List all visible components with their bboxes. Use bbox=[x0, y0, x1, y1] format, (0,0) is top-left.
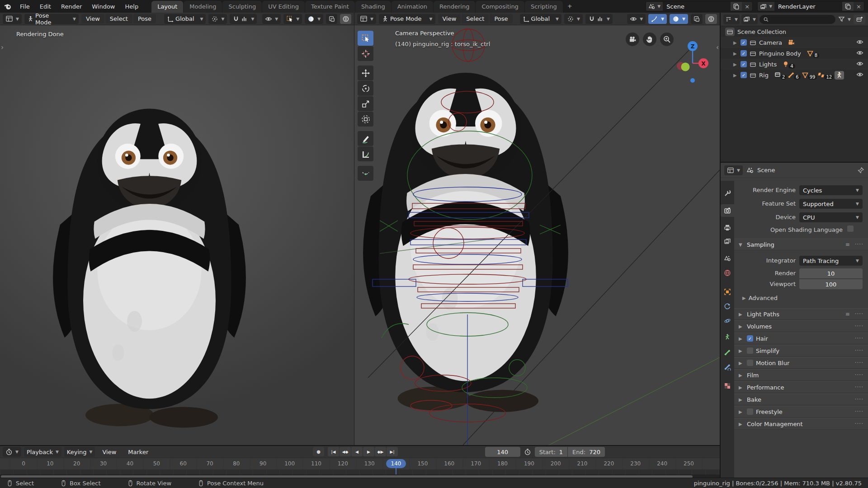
xray-toggle[interactable] bbox=[691, 14, 703, 24]
tab-scene[interactable] bbox=[721, 252, 734, 265]
drag-dots-icon[interactable]: ···· bbox=[855, 396, 863, 403]
viewport-camera-canvas[interactable]: Camera Perspective (140) pinguino_rig : … bbox=[354, 25, 720, 445]
transform-tool[interactable] bbox=[358, 112, 373, 127]
tab-output[interactable] bbox=[721, 221, 734, 234]
simplify-checkbox[interactable] bbox=[747, 347, 753, 354]
view-menu[interactable]: View bbox=[438, 14, 461, 23]
outliner-row-rig[interactable]: ▶ ✓ Rig 2 6 99 12 bbox=[721, 70, 868, 80]
workspace-tab[interactable]: Texture Paint bbox=[305, 1, 355, 13]
workspace-tab[interactable]: Sculpting bbox=[222, 1, 262, 13]
armature-rig-overlay[interactable] bbox=[354, 25, 720, 445]
section-color-management[interactable]: ▶Color Management ···· bbox=[734, 418, 868, 430]
play-button[interactable]: ▶ bbox=[363, 447, 374, 456]
hide-in-viewport-toggle[interactable] bbox=[856, 72, 863, 77]
render-layer-browse-button[interactable]: ▼ bbox=[758, 2, 774, 11]
camera-view-button[interactable] bbox=[626, 33, 639, 46]
section-freestyle[interactable]: ▶Freestyle ···· bbox=[734, 406, 868, 418]
expand-arrow-icon[interactable]: ▶ bbox=[733, 62, 741, 67]
active-armature-icon[interactable] bbox=[835, 71, 844, 80]
snap-toggle[interactable] bbox=[588, 15, 595, 23]
workspace-tab[interactable]: UV Editing bbox=[262, 1, 305, 13]
proportional-editing-toggle[interactable] bbox=[241, 15, 248, 23]
timeline-track[interactable] bbox=[0, 469, 720, 474]
section-performance[interactable]: ▶Performance ···· bbox=[734, 381, 868, 393]
timeline-view-menu[interactable]: View bbox=[98, 447, 121, 457]
sidebar-expand-chevron[interactable]: ‹ bbox=[716, 43, 719, 52]
viewport-shading-button[interactable] bbox=[705, 14, 717, 24]
advanced-subpanel[interactable]: ▶Advanced bbox=[742, 295, 778, 301]
menubar-item[interactable]: Window bbox=[87, 2, 120, 11]
pose-menu[interactable]: Pose bbox=[490, 14, 512, 23]
drag-dots-icon[interactable]: ···· bbox=[855, 241, 863, 248]
workspace-tab[interactable]: Layout bbox=[151, 1, 183, 13]
viewport-shading-rendered-button[interactable] bbox=[340, 14, 351, 24]
add-workspace-button[interactable]: + bbox=[563, 0, 576, 12]
editor-type-selector[interactable]: ▼ bbox=[357, 14, 376, 24]
workspace-tab[interactable]: Compositing bbox=[476, 1, 524, 13]
pivot-point-selector[interactable]: ▼ bbox=[564, 14, 583, 24]
scene-browse-button[interactable]: ▼ bbox=[646, 2, 663, 11]
previous-keyframe-button[interactable]: ◀◆ bbox=[340, 447, 351, 456]
transform-orientation-selector[interactable]: Global▼ bbox=[520, 14, 561, 24]
outliner-filter-dropdown[interactable]: ▼ bbox=[837, 14, 852, 24]
object-visibility-dropdown[interactable]: ▼ bbox=[627, 14, 646, 24]
playback-menu[interactable]: Playback▼ bbox=[24, 447, 61, 457]
hide-in-viewport-toggle[interactable] bbox=[856, 50, 863, 56]
snap-toggle[interactable] bbox=[232, 15, 240, 23]
auto-keying-toggle[interactable]: ● bbox=[313, 447, 324, 456]
render-engine-dropdown[interactable]: Cycles▼ bbox=[799, 185, 863, 195]
sampling-panel-header[interactable]: ▼Sampling ≡···· bbox=[734, 239, 868, 250]
preset-menu-icon[interactable]: ≡ bbox=[845, 311, 850, 317]
tab-view-layer[interactable] bbox=[721, 235, 734, 248]
tab-tool[interactable] bbox=[721, 187, 734, 200]
pin-icon[interactable] bbox=[857, 167, 864, 174]
blender-logo-icon[interactable] bbox=[4, 2, 12, 11]
keying-menu[interactable]: Keying▼ bbox=[64, 447, 95, 457]
drag-dots-icon[interactable]: ···· bbox=[855, 335, 863, 342]
play-reverse-button[interactable]: ◀ bbox=[351, 447, 363, 456]
tab-render[interactable] bbox=[721, 204, 734, 217]
workspace-tab[interactable]: Scripting bbox=[525, 1, 563, 13]
overlays-toggle[interactable]: ▼ bbox=[305, 14, 323, 24]
mode-selector[interactable]: Pose Mode▼ bbox=[379, 14, 435, 24]
section-bake[interactable]: ▶Bake ···· bbox=[734, 394, 868, 405]
object-visibility-dropdown[interactable]: ▼ bbox=[262, 14, 281, 24]
collection-checkbox[interactable]: ✓ bbox=[741, 61, 747, 67]
timeline-marker-menu[interactable]: Marker bbox=[123, 447, 153, 457]
drag-dots-icon[interactable]: ···· bbox=[855, 323, 863, 329]
integrator-dropdown[interactable]: Path Tracing▼ bbox=[799, 256, 863, 266]
device-dropdown[interactable]: CPU▼ bbox=[799, 212, 863, 222]
jump-to-end-button[interactable]: ▶| bbox=[387, 447, 398, 456]
feature-set-dropdown[interactable]: Supported▼ bbox=[799, 199, 863, 209]
section-film[interactable]: ▶Film ···· bbox=[734, 369, 868, 381]
outliner-display-mode-selector[interactable]: ▼ bbox=[723, 14, 740, 24]
xray-toggle[interactable] bbox=[326, 14, 337, 24]
use-preview-range-toggle[interactable] bbox=[524, 448, 531, 455]
editor-type-selector[interactable]: ▼ bbox=[3, 14, 22, 24]
select-box-tool[interactable] bbox=[358, 31, 373, 46]
tab-object[interactable] bbox=[721, 286, 734, 298]
hide-in-viewport-toggle[interactable] bbox=[856, 39, 863, 45]
collection-checkbox[interactable]: ✓ bbox=[741, 72, 747, 78]
scale-tool[interactable] bbox=[358, 96, 373, 111]
toolbar-expand-chevron[interactable]: › bbox=[1, 43, 4, 52]
overlays-toggle[interactable]: ▼ bbox=[670, 14, 688, 24]
current-frame-field[interactable]: 140 bbox=[485, 447, 520, 457]
outliner-row-lights[interactable]: ▶ ✓ Lights 4 bbox=[721, 59, 868, 70]
select-menu[interactable]: Select bbox=[105, 14, 132, 23]
render-samples-field[interactable]: 10 bbox=[799, 268, 863, 278]
playhead[interactable] bbox=[396, 466, 396, 474]
menubar-item[interactable]: Help bbox=[120, 2, 144, 11]
viewport-samples-field[interactable]: 100 bbox=[799, 279, 863, 289]
render-layer-remove-button[interactable]: × bbox=[854, 2, 864, 11]
timeline-ruler[interactable]: 0102030405060708090100110120130140150160… bbox=[0, 458, 720, 469]
section-simplify[interactable]: ▶Simplify ···· bbox=[734, 345, 868, 357]
rotate-tool[interactable] bbox=[358, 81, 373, 96]
zoom-view-button[interactable] bbox=[660, 33, 674, 46]
expand-arrow-icon[interactable]: ▶ bbox=[733, 40, 741, 45]
preset-menu-icon[interactable]: ≡ bbox=[845, 241, 850, 248]
section-light-paths[interactable]: ▶Light Paths ≡···· bbox=[734, 308, 868, 320]
cursor-tool[interactable] bbox=[358, 46, 373, 61]
jump-to-start-button[interactable]: |◀ bbox=[328, 447, 339, 456]
proportional-editing-toggle[interactable] bbox=[597, 15, 604, 23]
